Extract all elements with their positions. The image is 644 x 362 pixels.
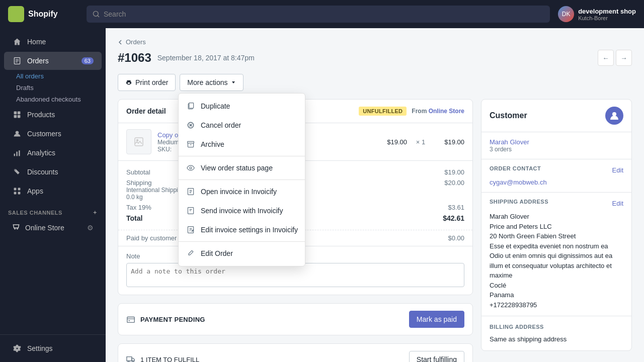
breadcrumb[interactable]: Orders (118, 38, 632, 46)
item-unit-price: $19.00 (377, 138, 407, 146)
dropdown-item-archive[interactable]: Archive (179, 135, 305, 154)
order-detail-title: Order detail (126, 107, 166, 115)
dropdown-divider-2 (179, 179, 305, 180)
from-label: From Online Store (412, 108, 464, 115)
add-sales-channel-icon[interactable]: ＋ (92, 209, 98, 216)
more-actions-button[interactable]: More actions (180, 74, 243, 91)
order-number: #1063 (118, 51, 151, 65)
dropdown-divider-3 (179, 241, 305, 242)
svg-rect-15 (14, 192, 17, 195)
sidebar-sub-abandoned[interactable]: Abandoned checkouts (0, 94, 106, 105)
sidebar-item-apps[interactable]: Apps (4, 182, 102, 200)
archive-label: Archive (201, 140, 224, 148)
payment-label: PAYMENT PENDING (126, 315, 205, 324)
billing-address-section: BILLING ADDRESS Same as shipping address (481, 316, 631, 350)
app-logo: Shopify (8, 6, 78, 22)
dropdown-menu: Duplicate Cancel order Archive (178, 93, 305, 266)
truck-icon (126, 355, 135, 362)
sales-channels-label: SALES CHANNELS (8, 210, 62, 216)
archive-icon (186, 139, 196, 149)
dropdown-item-edit-invoice[interactable]: Edit invoice settings in Invoicify (179, 220, 305, 239)
dropdown-item-view-status[interactable]: View order status page (179, 158, 305, 177)
sidebar-item-discounts[interactable]: Discounts (4, 163, 102, 181)
app-name: Shopify (28, 10, 58, 19)
online-store-icon (12, 223, 20, 232)
shop-name: development shop (578, 8, 636, 15)
shopify-icon (8, 6, 24, 22)
item-total: $19.00 (434, 138, 464, 146)
search-bar[interactable] (87, 6, 550, 23)
note-input[interactable] (126, 263, 464, 287)
sidebar-item-settings[interactable]: Settings (4, 339, 102, 357)
payment-banner: PAYMENT PENDING Mark as paid (118, 304, 472, 335)
dropdown-item-send-invoice[interactable]: Send invoice with Invoicify (179, 201, 305, 220)
print-order-button[interactable]: Print order (118, 74, 176, 91)
shipping-label: Shipping International Shipping 0.0 kg (126, 179, 185, 201)
svg-rect-11 (16, 152, 17, 156)
svg-rect-8 (18, 115, 21, 118)
start-fulfilling-button[interactable]: Start fulfilling (409, 351, 464, 362)
invoicify-icon-2 (186, 206, 196, 216)
sidebar-item-analytics[interactable]: Analytics (4, 144, 102, 162)
sidebar-home-label: Home (27, 38, 46, 46)
sidebar-item-products[interactable]: Products (4, 106, 102, 124)
apps-icon (12, 186, 22, 196)
sidebar-sub-all-orders[interactable]: All orders (0, 70, 106, 82)
cancel-label: Cancel order (201, 121, 241, 129)
paid-value: $0.00 (448, 234, 464, 242)
customer-email[interactable]: cygav@mobweb.ch (490, 178, 623, 186)
topbar: Shopify DK development shop Kutch-Borer (0, 0, 644, 28)
invoicify-icon-1 (186, 187, 196, 197)
fulfill-card: 1 ITEM TO FULFILL Start fulfilling (118, 343, 473, 362)
svg-point-30 (612, 112, 616, 116)
chevron-down-icon (231, 80, 236, 85)
billing-address-text: Same as shipping address (490, 334, 623, 344)
shipping-address-text: Marah Glover Price and Peters LLC 20 Nor… (490, 212, 623, 310)
dropdown-item-cancel[interactable]: Cancel order (179, 116, 305, 135)
svg-rect-18 (189, 103, 194, 108)
sidebar-item-home[interactable]: Home (4, 33, 102, 51)
search-icon (93, 11, 100, 18)
customer-card: Customer Marah Glover 3 orders ORDER CON… (481, 99, 632, 351)
sidebar-apps-label: Apps (27, 187, 43, 195)
mark-as-paid-button[interactable]: Mark as paid (409, 311, 464, 328)
sidebar-item-orders[interactable]: Orders 63 (4, 52, 102, 70)
sidebar-sub-drafts[interactable]: Drafts (0, 82, 106, 94)
online-store-settings-icon[interactable]: ⚙ (87, 224, 94, 232)
invoicify-icon-3 (186, 225, 196, 235)
order-contact-edit[interactable]: Edit (612, 166, 623, 174)
cancel-icon (186, 120, 196, 130)
back-arrow-icon (118, 40, 123, 45)
svg-rect-20 (188, 141, 194, 143)
eye-icon (186, 163, 196, 173)
search-input[interactable] (104, 10, 544, 18)
sidebar-item-customers[interactable]: Customers (4, 125, 102, 143)
sidebar-analytics-label: Analytics (27, 149, 55, 157)
prev-order-button[interactable]: ← (598, 50, 614, 66)
sidebar: Home Orders 63 All orders Drafts Abandon… (0, 28, 106, 362)
tax-label: Tax 19% (126, 204, 151, 211)
order-title-group: #1063 September 18, 2017 at 8:47pm (118, 51, 255, 65)
dropdown-item-open-invoice[interactable]: Open invoice in Invoicify (179, 182, 305, 201)
svg-rect-25 (135, 138, 143, 146)
dropdown-item-duplicate[interactable]: Duplicate (179, 97, 305, 116)
shipping-address-edit[interactable]: Edit (612, 200, 623, 207)
order-source[interactable]: Online Store (429, 108, 464, 115)
edit-order-icon (186, 248, 196, 258)
edit-invoice-label: Edit invoice settings in Invoicify (201, 226, 298, 234)
svg-rect-5 (14, 112, 17, 115)
dropdown-divider (179, 156, 305, 156)
dropdown-item-edit-order[interactable]: Edit Order (179, 244, 305, 263)
next-order-button[interactable]: → (616, 50, 632, 66)
customer-header: Customer (481, 100, 631, 132)
customer-name-link[interactable]: Marah Glover (490, 138, 623, 146)
svg-point-26 (137, 140, 138, 141)
sidebar-item-online-store[interactable]: Online Store ⚙ (4, 219, 102, 236)
customer-section-title: Customer (490, 111, 527, 120)
total-label: Total (126, 214, 142, 222)
orders-badge: 63 (82, 57, 94, 64)
sales-channels-section: SALES CHANNELS ＋ (0, 201, 106, 218)
sidebar-products-label: Products (27, 111, 55, 119)
sidebar-orders-label: Orders (27, 57, 49, 65)
home-icon (12, 37, 22, 47)
